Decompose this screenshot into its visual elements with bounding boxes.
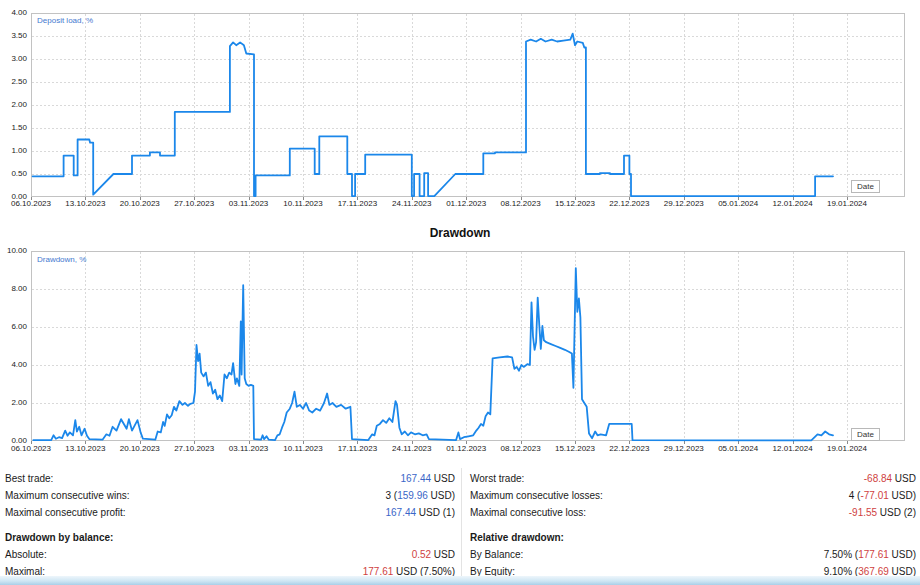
drawdown-chart [31, 251, 905, 446]
stat-value-part: -77.01 [860, 490, 888, 501]
stat-value-part: USD) [889, 549, 916, 560]
y-tick-label: 10.00 [0, 246, 27, 256]
stat-value: 7.50% (177.61 USD) [824, 546, 916, 563]
y-tick-label: 3.00 [0, 54, 27, 64]
deposit-load-chart [31, 13, 905, 202]
x-tick-label: 10.11.2023 [272, 444, 334, 454]
stat-row: Maximum consecutive losses:4 (-77.01 USD… [470, 487, 916, 504]
stat-value-part: -91.55 [849, 507, 877, 518]
x-tick-label: 27.10.2023 [163, 444, 225, 454]
y-tick-label: 4.00 [0, 360, 27, 370]
stat-value: -68.84 USD [864, 470, 916, 487]
stat-value-part: 4 ( [849, 490, 861, 501]
stat-row: Worst trade:-68.84 USD [470, 470, 916, 487]
stats-divider [461, 468, 462, 576]
stat-row: Maximum consecutive wins:3 (159.96 USD) [5, 487, 455, 504]
stat-value-part: 0.52 [412, 549, 431, 560]
stat-value: 167.44 USD (1) [386, 504, 456, 521]
stats-column-right: Worst trade:-68.84 USDMaximum consecutiv… [470, 470, 916, 580]
x-tick-label: 12.01.2024 [762, 444, 824, 454]
stat-row: Maximal consecutive profit:167.44 USD (1… [5, 504, 455, 521]
x-tick-label: 08.12.2023 [490, 444, 552, 454]
x-tick-label: 08.12.2023 [490, 199, 552, 209]
x-tick-label: 24.11.2023 [381, 444, 443, 454]
stat-value-part: -68.84 [864, 473, 892, 484]
x-tick-label: 27.10.2023 [163, 199, 225, 209]
stats-column-left: Best trade:167.44 USDMaximum consecutive… [5, 470, 455, 580]
stat-value: 0.52 USD [412, 546, 455, 563]
x-tick-label: 06.10.2023 [0, 444, 62, 454]
x-tick-label: 29.12.2023 [653, 199, 715, 209]
stat-value-part: USD [431, 473, 455, 484]
chart-title: Drawdown [0, 226, 920, 240]
stat-section-header: Drawdown by balance: [5, 529, 455, 546]
stat-value-part: 3 ( [386, 490, 398, 501]
stat-value: 4 (-77.01 USD) [849, 487, 916, 504]
stat-value: 3 (159.96 USD) [386, 487, 456, 504]
x-tick-label: 22.12.2023 [598, 444, 660, 454]
x-tick-label: 13.10.2023 [54, 444, 116, 454]
stat-label: Best trade: [5, 470, 53, 487]
stat-label: Maximum consecutive wins: [5, 487, 129, 504]
stat-label: By Balance: [470, 546, 523, 563]
stat-section-header: Relative drawdown: [470, 529, 916, 546]
stat-row: Maximal consecutive loss:-91.55 USD (2) [470, 504, 916, 521]
stat-value: 167.44 USD [401, 470, 456, 487]
y-tick-label: 1.50 [0, 123, 27, 133]
stat-label: Maximal consecutive profit: [5, 504, 126, 521]
x-tick-label: 12.01.2024 [762, 199, 824, 209]
x-tick-label: 17.11.2023 [326, 444, 388, 454]
y-tick-label: 2.00 [0, 398, 27, 408]
x-tick-label: 22.12.2023 [598, 199, 660, 209]
x-tick-label: 19.01.2024 [816, 444, 878, 454]
x-tick-label: 24.11.2023 [381, 199, 443, 209]
y-tick-label: 3.50 [0, 31, 27, 41]
stat-row: Best trade:167.44 USD [5, 470, 455, 487]
y-tick-label: 6.00 [0, 322, 27, 332]
y-tick-label: 2.50 [0, 77, 27, 87]
chart-legend: Deposit load, % [37, 16, 93, 26]
y-tick-label: 1.00 [0, 146, 27, 156]
window-bottom-edge [0, 576, 920, 585]
stat-label: Worst trade: [470, 470, 524, 487]
stat-value-part: USD [431, 549, 455, 560]
x-tick-label: 13.10.2023 [54, 199, 116, 209]
stat-row: Absolute:0.52 USD [5, 546, 455, 563]
y-tick-label: 4.00 [0, 8, 27, 18]
x-tick-label: 01.12.2023 [435, 444, 497, 454]
stat-value-part: 167.44 [386, 507, 417, 518]
stat-value-part: 159.96 [397, 490, 428, 501]
x-tick-label: 03.11.2023 [218, 444, 280, 454]
x-tick-label: 20.10.2023 [109, 444, 171, 454]
x-tick-label: 01.12.2023 [435, 199, 497, 209]
stat-row: By Balance:7.50% (177.61 USD) [470, 546, 916, 563]
drawdown-line [33, 268, 833, 440]
deposit-load-line [33, 34, 833, 196]
stat-value: -91.55 USD (2) [849, 504, 916, 521]
stat-label: Maximum consecutive losses: [470, 487, 603, 504]
x-tick-label: 06.10.2023 [0, 199, 62, 209]
x-tick-label: 17.11.2023 [326, 199, 388, 209]
stat-value-part: 177.61 [858, 549, 889, 560]
stat-label: Absolute: [5, 546, 47, 563]
x-tick-label: 03.11.2023 [218, 199, 280, 209]
y-tick-label: 8.00 [0, 284, 27, 294]
y-tick-label: 0.50 [0, 169, 27, 179]
x-tick-label: 15.12.2023 [544, 199, 606, 209]
stat-value-part: USD) [428, 490, 455, 501]
x-tick-label: 15.12.2023 [544, 444, 606, 454]
x-tick-label: 29.12.2023 [653, 444, 715, 454]
x-tick-label: 05.01.2024 [707, 444, 769, 454]
x-tick-label: 19.01.2024 [816, 199, 878, 209]
chart-legend: Drawdown, % [37, 255, 86, 265]
stat-value-part: 7.50% ( [824, 549, 858, 560]
stat-value-part: USD) [889, 490, 916, 501]
report-page: Deposit load, % 4.003.503.002.502.001.50… [0, 0, 920, 585]
stat-value-part: USD (2) [877, 507, 916, 518]
x-tick-label: 05.01.2024 [707, 199, 769, 209]
stat-value-part: 167.44 [401, 473, 432, 484]
y-tick-label: 2.00 [0, 100, 27, 110]
x-tick-label: 10.11.2023 [272, 199, 334, 209]
stat-label: Maximal consecutive loss: [470, 504, 586, 521]
stat-value-part: USD (1) [416, 507, 455, 518]
